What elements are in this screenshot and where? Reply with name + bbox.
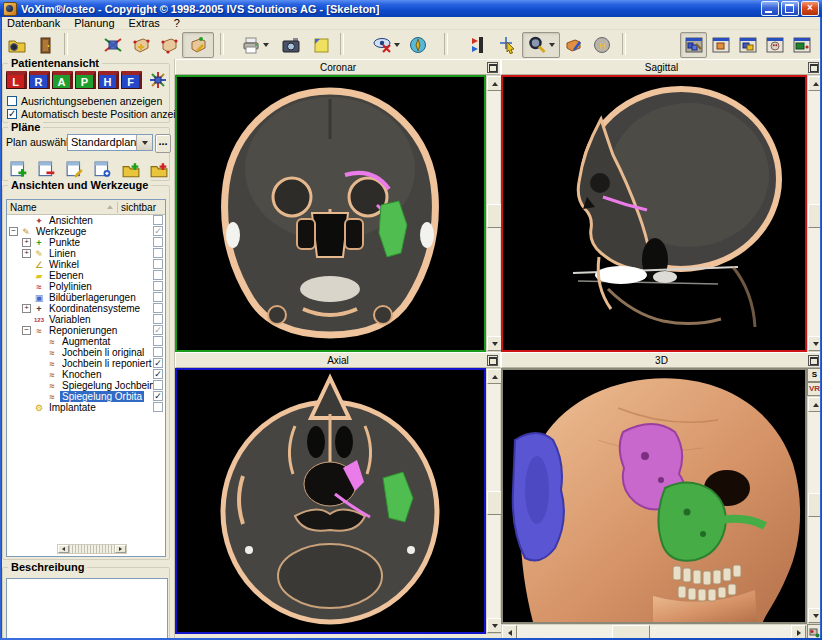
exit-button[interactable] — [32, 32, 60, 58]
cube-landmarks-button[interactable] — [154, 32, 183, 58]
axial-scroll-up-icon[interactable] — [487, 369, 502, 384]
3d-pane-header[interactable]: 3D — [501, 352, 822, 368]
visibility-checkbox-jochbein-li-reponiert[interactable]: ✓ — [153, 358, 163, 368]
visibility-checkbox-augmentat[interactable] — [153, 336, 163, 346]
plan-import-button[interactable] — [118, 158, 143, 181]
visibility-dropdown-icon[interactable] — [394, 43, 400, 47]
tree-scroll-left-icon[interactable] — [58, 545, 69, 553]
checkbox-automatisch-beste-position-anzeigen[interactable]: ✓ — [7, 109, 17, 119]
tree-item-winkel[interactable]: ∠Winkel — [7, 259, 165, 270]
zoom-dropdown-icon[interactable] — [549, 43, 555, 47]
tree-item-spiegelung-jochbein[interactable]: ≈Spiegelung Jochbein — [7, 380, 165, 391]
visibility-checkbox-ebenen[interactable] — [153, 270, 163, 280]
tree-item-ebenen[interactable]: ▰Ebenen — [7, 270, 165, 281]
plan-select[interactable]: Standardplan — [67, 134, 153, 151]
tree-expander-minus-icon[interactable]: − — [9, 227, 18, 236]
sagittal-scroll-down-icon[interactable] — [808, 336, 822, 351]
tree-item-werkzeuge[interactable]: −✎Werkzeuge✓ — [7, 226, 165, 237]
layout-skull-button[interactable] — [761, 32, 788, 58]
tree-column-sichtbar[interactable]: sichtbar — [118, 202, 165, 213]
tree-item-reponierungen[interactable]: −≈Reponierungen✓ — [7, 325, 165, 336]
plan-export-button[interactable] — [146, 158, 171, 181]
tree-scroll-right-icon[interactable] — [115, 545, 126, 553]
3d-hscroll-thumb[interactable] — [612, 625, 650, 640]
tree-hscrollbar[interactable] — [57, 544, 127, 554]
zoom-button[interactable] — [522, 32, 560, 58]
3d-scroll-right-icon[interactable] — [791, 625, 806, 640]
sagittal-scrollbar[interactable] — [807, 75, 822, 352]
tree-item-polylinien[interactable]: ≈Polylinien — [7, 281, 165, 292]
visibility-checkbox-punkte[interactable] — [153, 237, 163, 247]
visibility-checkbox-knochen[interactable]: ✓ — [153, 369, 163, 379]
plan-more-button[interactable]: ... — [155, 134, 171, 153]
tree-expander-plus-icon[interactable]: + — [22, 304, 31, 313]
orientation-cube-h[interactable]: H — [98, 71, 119, 89]
axial-scroll-down-icon[interactable] — [487, 618, 502, 633]
window-level-button[interactable] — [466, 32, 494, 58]
tree-item-linien[interactable]: +✎Linien — [7, 248, 165, 259]
close-button[interactable]: × — [801, 1, 819, 16]
cube-edit-button[interactable] — [182, 32, 214, 58]
visibility-checkbox-werkzeuge[interactable]: ✓ — [153, 226, 163, 236]
visibility-checkbox-reponierungen[interactable]: ✓ — [153, 325, 163, 335]
patient-orientation-icon[interactable] — [149, 71, 167, 89]
tree-expander-plus-icon[interactable]: + — [22, 249, 31, 258]
tree-item-jochbein-li-reponiert[interactable]: ≈Jochbein li reponiert✓ — [7, 358, 165, 369]
3d-scroll-up-icon[interactable] — [808, 397, 822, 412]
orientation-cube-r[interactable]: R — [29, 71, 50, 89]
minimize-button[interactable] — [761, 1, 779, 16]
visibility-button[interactable] — [368, 32, 404, 58]
orientation-cube-a[interactable]: A — [52, 71, 73, 89]
tree-item-punkte[interactable]: ++Punkte — [7, 237, 165, 248]
visibility-checkbox-koordinatensysteme[interactable] — [153, 303, 163, 313]
checkbox-ausrichtungsebenen-anzeigen[interactable] — [7, 96, 17, 106]
plan-add-button[interactable] — [6, 158, 31, 181]
3d-scroll-left-icon[interactable] — [502, 625, 517, 640]
axial-pane-header[interactable]: Axial — [175, 352, 501, 368]
3d-sync-icon[interactable] — [807, 624, 822, 640]
axial-scrollbar[interactable] — [486, 368, 501, 634]
visibility-checkbox-winkel[interactable] — [153, 259, 163, 269]
checkbox-row-automatisch-beste-position-anzeigen[interactable]: ✓Automatisch beste Position anzeigen — [7, 108, 169, 120]
menu-datenbank[interactable]: Datenbank — [0, 17, 67, 29]
print-button[interactable] — [236, 32, 274, 58]
tree-expander-plus-icon[interactable]: + — [22, 238, 31, 247]
axial-maximize-button[interactable] — [487, 355, 498, 366]
tree-item-bild-berlagerungen[interactable]: ▣Bildüberlagerungen — [7, 292, 165, 303]
plan-edit-button[interactable] — [62, 158, 87, 181]
tree-item-jochbein-li-original[interactable]: ≈Jochbein li original — [7, 347, 165, 358]
layout-cube-button[interactable] — [707, 32, 734, 58]
snapshot-button[interactable] — [276, 32, 306, 58]
tree-scroll-track[interactable] — [69, 545, 115, 553]
3d-image[interactable] — [501, 368, 807, 624]
layout-cubes-button[interactable] — [734, 32, 761, 58]
coronar-scroll-thumb[interactable] — [487, 204, 502, 228]
segment-edit-button[interactable] — [560, 32, 588, 58]
3d-scroll-thumb[interactable] — [808, 493, 822, 517]
plan-copy-button[interactable] — [90, 158, 115, 181]
visibility-checkbox-ansichten[interactable] — [153, 215, 163, 225]
tree-item-koordinatensysteme[interactable]: ++Koordinatensysteme — [7, 303, 165, 314]
axial-image[interactable] — [175, 368, 486, 634]
visibility-checkbox-polylinien[interactable] — [153, 281, 163, 291]
orientation-cube-l[interactable]: L — [6, 71, 27, 89]
menu-help[interactable]: ? — [167, 17, 187, 29]
visibility-checkbox-spiegelung-orbita[interactable]: ✓ — [153, 391, 163, 401]
coronar-maximize-button[interactable] — [487, 62, 498, 73]
visibility-checkbox-jochbein-li-original[interactable] — [153, 347, 163, 357]
cube-points-button[interactable] — [126, 32, 155, 58]
tree-item-ansichten[interactable]: ✦Ansichten — [7, 215, 165, 226]
menu-planung[interactable]: Planung — [67, 17, 121, 29]
tree-item-variablen[interactable]: 123Variablen — [7, 314, 165, 325]
sagittal-scroll-up-icon[interactable] — [808, 76, 822, 91]
3d-vr-button[interactable]: VR — [807, 382, 822, 396]
description-textarea[interactable] — [6, 578, 168, 640]
axial-scroll-thumb[interactable] — [487, 491, 502, 515]
layout-overview-button[interactable] — [680, 32, 707, 58]
compass-button[interactable] — [404, 32, 432, 58]
title-bar[interactable]: VoXim®/osteo - Copyright © 1998-2005 IVS… — [0, 0, 822, 17]
checkbox-row-ausrichtungsebenen-anzeigen[interactable]: Ausrichtungsebenen anzeigen — [7, 95, 169, 107]
print-dropdown-icon[interactable] — [263, 43, 269, 47]
coronar-scrollbar[interactable] — [486, 75, 501, 352]
select-cursor-button[interactable] — [494, 32, 522, 58]
